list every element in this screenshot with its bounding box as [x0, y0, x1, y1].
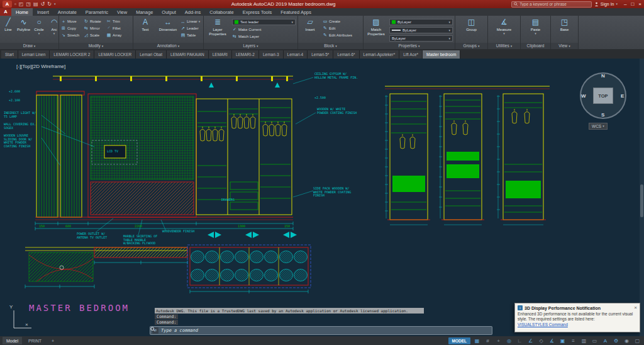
signin-control[interactable]: Sign In ▾: [594, 2, 618, 6]
ribbon-tab-insert[interactable]: Insert: [33, 8, 53, 16]
dynamic-input-toggle[interactable]: ◎: [505, 337, 513, 344]
create-block-tool[interactable]: ▭Create: [323, 19, 352, 24]
isolate-objects-button[interactable]: ◉: [623, 337, 631, 344]
group-tool[interactable]: ◫ Group: [462, 17, 482, 32]
layers-panel-label[interactable]: Layers ▾: [204, 43, 297, 49]
object-color-dropdown[interactable]: ByLayer ▾: [389, 19, 453, 25]
ribbon-tab-manage[interactable]: Manage: [131, 8, 157, 16]
print-layout-tab[interactable]: PRINT: [25, 337, 45, 344]
model-layout-tab[interactable]: Model: [3, 337, 22, 344]
draw-panel-label[interactable]: Draw ▾: [0, 43, 58, 49]
grid-display-toggle[interactable]: ▦: [473, 337, 481, 344]
ribbon-tab-parametric[interactable]: Parametric: [81, 8, 113, 16]
file-tab[interactable]: Lemari Linen: [18, 50, 50, 59]
array-tool[interactable]: ▦Array: [106, 33, 129, 38]
new-icon[interactable]: ▫: [14, 1, 16, 8]
drawing-canvas[interactable]: [-][Top][2D Wireframe] +2.600 +2.100 IND…: [0, 59, 644, 336]
insert-tool[interactable]: ▱ Insert: [300, 17, 320, 32]
qat-dropdown-icon[interactable]: ▾: [54, 1, 56, 8]
ribbon-tab-collaborate[interactable]: Collaborate: [205, 8, 238, 16]
command-bar[interactable]: ≡: [150, 326, 492, 335]
new-layout-button[interactable]: +: [48, 337, 58, 344]
file-tab[interactable]: Lift Ace*: [399, 50, 423, 59]
transparency-toggle[interactable]: ▥: [580, 337, 588, 344]
vertical-scrollbar[interactable]: [640, 59, 644, 336]
table-tool[interactable]: ▤Table: [180, 33, 200, 38]
line-tool[interactable]: ╱ Line: [2, 17, 14, 32]
search-input[interactable]: [519, 2, 589, 6]
help-search[interactable]: [511, 1, 592, 8]
open-icon[interactable]: ◰: [19, 1, 24, 8]
edit-attributes-tool[interactable]: ✎Edit Attributes: [323, 33, 352, 38]
ribbon-tab-output[interactable]: Output: [157, 8, 180, 16]
modify-panel-label[interactable]: Modify ▾: [59, 43, 133, 49]
annotation-panel-label[interactable]: Annotation ▾: [133, 43, 203, 49]
stretch-tool[interactable]: ↘Stretch: [61, 33, 84, 38]
isometric-drafting-toggle[interactable]: ◇: [537, 337, 545, 344]
lineweight-toggle[interactable]: ≡: [569, 337, 577, 344]
file-tab[interactable]: LEMARI LOCKER 2: [50, 50, 94, 59]
model-space-button[interactable]: MODEL: [448, 337, 470, 344]
file-tab[interactable]: Lemari-Apoteker*: [360, 50, 400, 59]
block-panel-label[interactable]: Block ▾: [298, 43, 363, 49]
workspace-switching-button[interactable]: ⚙: [612, 337, 620, 344]
copy-tool[interactable]: ⊞Copy: [61, 26, 84, 31]
fillet-tool[interactable]: ◜Fillet: [106, 26, 129, 31]
view-cube-south[interactable]: S: [601, 112, 604, 118]
trim-tool[interactable]: ✂Trim: [106, 19, 129, 24]
scale-tool[interactable]: ◿Scale: [84, 33, 106, 38]
scrollbar-thumb[interactable]: [640, 184, 643, 217]
app-menu-button[interactable]: A: [3, 1, 12, 8]
file-tab[interactable]: LEMARI: [209, 50, 232, 59]
make-current-tool[interactable]: ✓Make Current: [232, 27, 296, 32]
ribbon-tab-annotate[interactable]: Annotate: [53, 8, 81, 16]
clean-screen-button[interactable]: ▢: [633, 337, 641, 344]
plot-icon[interactable]: ▤: [33, 1, 38, 8]
match-properties-tool[interactable]: ▨ Match Properties: [365, 17, 387, 36]
view-cube-north[interactable]: N: [601, 73, 605, 79]
view-cube-top-face[interactable]: TOP: [593, 88, 613, 104]
ribbon-tab-addins[interactable]: Add-ins: [180, 8, 205, 16]
object-snap-toggle[interactable]: ▣: [558, 337, 567, 344]
view-cube[interactable]: N E S W TOP: [580, 72, 626, 119]
restore-button[interactable]: □: [631, 1, 634, 7]
paste-tool[interactable]: ▤ Paste ▾: [526, 17, 546, 35]
ribbon-app-button[interactable]: A: [0, 8, 11, 16]
layer-properties-tool[interactable]: ≣ Layer Properties: [206, 17, 230, 36]
file-tab[interactable]: Lemari-5*: [308, 50, 333, 59]
viewport-controls[interactable]: [-][Top][2D Wireframe]: [16, 64, 65, 69]
layer-dropdown[interactable]: Text leader ▾: [232, 19, 296, 25]
annotation-visibility-toggle[interactable]: A: [601, 337, 609, 344]
base-tool[interactable]: ◳ Base: [555, 17, 575, 32]
text-tool[interactable]: A Text: [135, 17, 155, 32]
file-tab[interactable]: Lemari-4: [284, 50, 308, 59]
close-button[interactable]: ×: [638, 1, 641, 7]
save-icon[interactable]: ◳: [26, 1, 31, 8]
measure-tool[interactable]: ∡ Measure ▾: [494, 17, 514, 35]
groups-panel-label[interactable]: Groups ▾: [455, 43, 487, 49]
circle-tool[interactable]: ○ Circle ▾: [33, 17, 45, 35]
match-layer-tool[interactable]: ⇆Match Layer: [232, 34, 296, 39]
file-tab-start[interactable]: Start: [1, 50, 18, 59]
ortho-mode-toggle[interactable]: ∟: [516, 337, 524, 344]
mirror-tool[interactable]: ⇆Mirror: [84, 26, 106, 31]
move-tool[interactable]: +Move: [61, 19, 84, 24]
file-tab[interactable]: Lemari Obat: [136, 50, 167, 59]
file-tab[interactable]: Lemari-3: [259, 50, 284, 59]
file-tab-master-bedroom[interactable]: Master bedroom: [423, 50, 460, 59]
ribbon-tab-view[interactable]: View: [113, 8, 131, 16]
object-snap-tracking-toggle[interactable]: ∡: [548, 337, 556, 344]
minimize-button[interactable]: –: [624, 1, 626, 7]
linetype-dropdown[interactable]: ByLayer ▾: [389, 35, 453, 42]
file-tab[interactable]: Lemari-6*: [333, 50, 359, 59]
polar-tracking-toggle[interactable]: ∠: [526, 337, 535, 344]
notification-close-icon[interactable]: ×: [634, 305, 637, 310]
redo-icon[interactable]: ↻: [47, 1, 52, 8]
clipboard-panel-label[interactable]: Clipboard: [521, 43, 550, 49]
linear-tool[interactable]: ↔Linear▾: [180, 19, 200, 24]
infer-constraints-toggle[interactable]: +: [494, 337, 502, 344]
utilities-panel-label[interactable]: Utilities ▾: [488, 43, 520, 49]
properties-panel-label[interactable]: Properties ▾: [364, 43, 455, 49]
lineweight-dropdown[interactable]: ByLayer ▾: [389, 27, 453, 33]
edit-block-tool[interactable]: ✎Edit: [323, 26, 352, 31]
